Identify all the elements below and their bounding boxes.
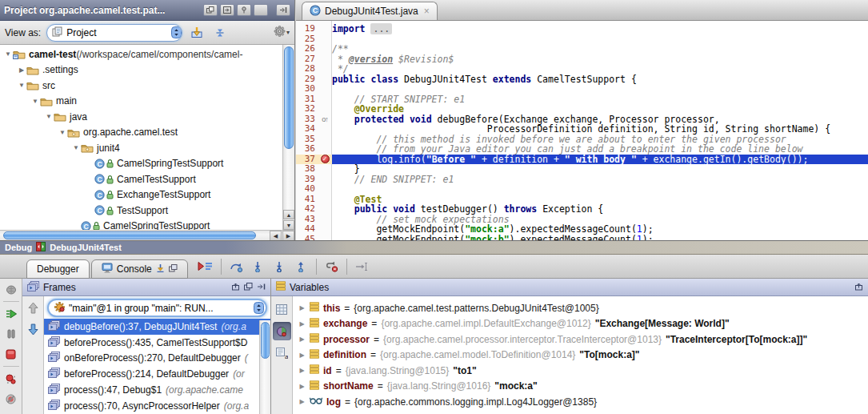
float-icon[interactable] [203,4,218,16]
console-scroll-icon[interactable] [156,263,165,275]
mute-breakpoints-icon[interactable] [2,391,20,407]
tree-horizontal-scrollbar[interactable]: ◀ ▶ [0,230,294,240]
evaluate-expression-icon[interactable] [273,300,291,319]
stack-frame-row[interactable]: process():47, Debug$1 (org.apache.came [44,382,270,398]
tree-scroll-down-icon[interactable]: ▼ [283,220,294,230]
tree-item[interactable]: ▼src [0,78,294,94]
tab-console[interactable]: Console [91,259,188,279]
tree-scroll-up-icon[interactable]: ▲ [283,210,294,219]
expand-arrow-icon[interactable]: ▶ [298,320,306,328]
show-execution-point-icon[interactable] [196,257,216,275]
tree-item[interactable]: CCamelTestSupport [0,171,294,187]
step-over-icon[interactable] [226,257,246,275]
code-text: * @version $Revision$ [332,54,868,65]
expand-arrow-icon[interactable]: ▶ [298,383,306,390]
disclosure-closed-icon[interactable]: ▶ [17,66,26,74]
disclosure-open-icon[interactable]: ▼ [17,82,26,89]
frames-scrollbar[interactable] [259,320,270,414]
tree-item[interactable]: ▶.settings [0,62,294,78]
tree-item[interactable]: ▼org.apache.camel.test [0,125,294,141]
tree-item[interactable]: CTestSupport [0,203,294,219]
frame-package: (or [233,368,245,380]
expand-arrow-icon[interactable]: ▶ [298,398,306,405]
tree-scroll-right-icon[interactable]: ▶ [282,231,294,240]
add-watch-icon[interactable]: a [273,344,291,362]
tree-item[interactable]: ▼junit4 [0,140,294,156]
editor-tab[interactable]: C DebugJUnit4Test.java × [302,2,438,20]
restore-panel-icon[interactable] [231,282,240,293]
settings-gear-icon[interactable]: ▾ [274,26,290,39]
watches-toggle-icon[interactable] [273,322,291,340]
pop-frame-icon[interactable] [322,257,342,275]
console-float-icon[interactable] [169,263,178,275]
variable-row[interactable]: ▶log = {org.apache.commons.logging.impl.… [293,394,868,410]
tree-item[interactable]: ▼java [0,109,294,125]
thread-stepper-icon[interactable] [254,302,264,314]
step-out-icon[interactable] [291,257,311,275]
previous-frame-icon[interactable] [27,302,39,316]
override-icon[interactable]: o↑ [318,115,332,125]
dock-panel-icon[interactable] [257,282,266,293]
pause-icon[interactable] [2,326,20,342]
variable-row[interactable]: ▶this = {org.apache.camel.test.patterns.… [293,300,868,316]
collapse-all-icon[interactable] [211,24,229,42]
scroll-from-source-icon[interactable] [220,4,234,16]
frames-nav-column [22,296,44,414]
variable-row[interactable]: ▶shortName = {java.lang.String@1016}"moc… [293,379,868,395]
variable-row[interactable]: ▶definition = {org.apache.camel.model.To… [293,348,868,364]
view-as-select[interactable]: Project [46,24,182,42]
editor-tabbar: C DebugJUnit4Test.java × [296,0,868,21]
expand-arrow-icon[interactable]: ▶ [298,304,306,312]
rerun-debugger-icon[interactable] [2,281,20,297]
variable-row[interactable]: ▶id = {java.lang.String@1015}"to1" [293,363,868,379]
tree-vertical-scrollbar[interactable]: ▲ ▼ [282,45,294,230]
force-step-into-icon[interactable] [270,257,290,275]
expand-arrow-icon[interactable]: ▶ [298,336,306,343]
view-as-stepper-icon[interactable] [171,26,182,38]
float-panel-icon[interactable] [244,282,253,293]
disclosure-open-icon[interactable]: ▼ [44,113,54,120]
variable-row[interactable]: ▶exchange = {org.apache.camel.impl.Defau… [293,316,868,332]
disclosure-open-icon[interactable]: ▼ [3,50,13,58]
dock-icon[interactable] [276,4,290,16]
close-tab-icon[interactable]: × [424,6,430,17]
view-breakpoints-icon[interactable] [2,371,20,387]
expand-arrow-icon[interactable]: ▶ [298,352,306,359]
stack-frame-row[interactable]: onBeforeProcess():270, DefaultDebugger ( [44,351,270,367]
breakpoint-icon[interactable]: ✓ [321,155,330,163]
next-frame-icon[interactable] [27,324,39,338]
code-editor[interactable]: 19import ...2526/**27 * @version $Revisi… [296,21,868,240]
stack-frame-row[interactable]: process():70, AsyncProcessorHelper (org.… [44,398,270,414]
tab-debugger[interactable]: Debugger [26,259,90,279]
glasses-icon [310,396,322,408]
tree-scroll-left-icon[interactable]: ◀ [270,231,282,240]
minimize-icon[interactable] [254,4,268,16]
stack-frame-icon [48,368,60,380]
disclosure-open-icon[interactable]: ▼ [30,98,40,105]
expand-arrow-icon[interactable]: ▶ [298,367,306,374]
pin-icon[interactable] [237,4,251,16]
tree-vscroll-thumb[interactable] [284,46,294,149]
thread-selector[interactable]: "main"@1 in group "main": RUN... [47,299,267,317]
stack-frame-row[interactable]: debugBefore():37, DebugJUnit4Test (org.a [44,319,270,335]
disclosure-open-icon[interactable]: ▼ [58,129,67,136]
restore-panel-icon[interactable] [854,282,863,293]
step-into-icon[interactable] [248,257,268,275]
tree-hscroll-thumb[interactable] [3,231,256,239]
stack-frame-row[interactable]: beforeProcess():214, DefaultDebugger (or [44,366,270,382]
breakpoint-icon[interactable]: ✓ [318,155,332,165]
run-to-cursor-icon[interactable] [352,257,372,275]
variable-row[interactable]: ▶processor = {org.apache.camel.processor… [293,332,868,348]
stack-frame-row[interactable]: beforeProcess():435, CamelTestSupport$D [44,335,270,351]
stop-icon[interactable] [2,346,20,362]
frames-scroll-thumb[interactable] [261,322,270,359]
scroll-from-source-icon[interactable] [188,24,206,42]
tree-item[interactable]: CExchangeTestSupport [0,187,294,203]
tree-item[interactable]: CCamelSpringTestSupport [0,156,294,172]
tree-item[interactable]: ▼camel-test (/workspace/camel/components… [0,46,294,62]
tree-item[interactable]: ▼main [0,94,294,110]
disclosure-open-icon[interactable]: ▼ [71,144,81,151]
svg-text:C: C [97,159,102,167]
project-tree[interactable]: ▲ ▼ ◀ ▶ ▼camel-test (/workspace/camel/co… [0,45,294,240]
resume-icon[interactable] [2,306,20,322]
